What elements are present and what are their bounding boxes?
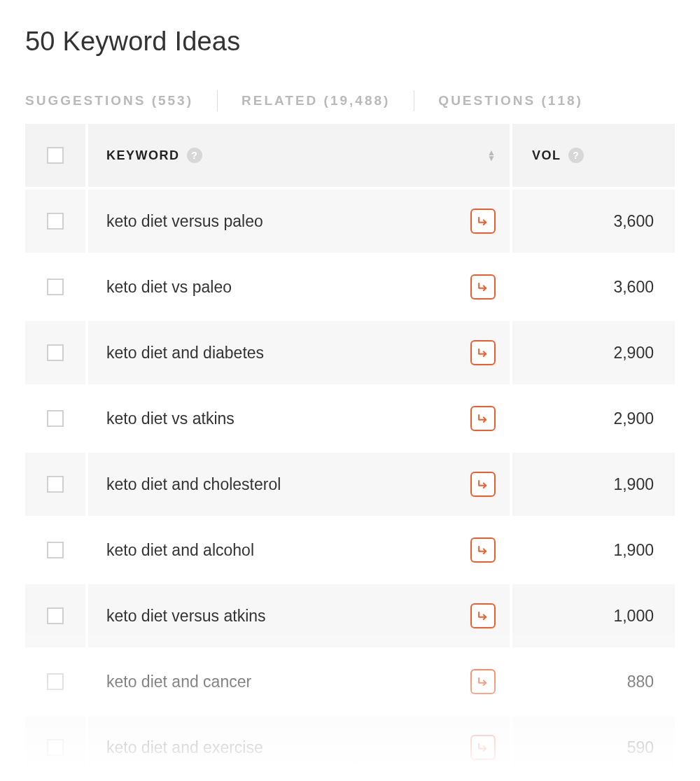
header-vol-label: VOL	[532, 148, 561, 163]
enter-arrow-icon	[476, 346, 490, 360]
row-keyword-cell: keto diet versus paleo	[88, 190, 512, 253]
explore-button[interactable]	[470, 209, 496, 234]
row-checkbox-cell	[25, 190, 88, 253]
enter-arrow-icon	[476, 280, 490, 294]
tabs: SUGGESTIONS (553) RELATED (19,488) QUEST…	[25, 90, 675, 111]
row-vol-cell: 3,600	[512, 255, 675, 318]
tab-questions[interactable]: QUESTIONS (118)	[438, 90, 583, 111]
tab-related[interactable]: RELATED (19,488)	[241, 90, 390, 111]
row-vol-cell: 1,900	[512, 453, 675, 516]
table-row: keto diet vs atkins 2,900	[25, 384, 675, 450]
row-checkbox-cell	[25, 387, 88, 450]
header-keyword-label: KEYWORD	[106, 148, 180, 163]
row-checkbox[interactable]	[47, 673, 64, 690]
enter-arrow-icon	[476, 214, 490, 228]
row-keyword-cell: keto diet and alcohol	[88, 519, 512, 582]
explore-button[interactable]	[470, 669, 496, 694]
row-vol-cell: 1,000	[512, 584, 675, 647]
explore-button[interactable]	[470, 340, 496, 365]
explore-button[interactable]	[470, 537, 496, 563]
table-header: KEYWORD ? ▲▼ VOL ?	[25, 124, 675, 187]
keyword-text: keto diet versus paleo	[106, 212, 263, 231]
header-vol-cell[interactable]: VOL ?	[512, 124, 675, 187]
explore-button[interactable]	[470, 603, 496, 628]
explore-button[interactable]	[470, 735, 496, 760]
keyword-text: keto diet versus atkins	[106, 607, 266, 626]
row-checkbox-cell	[25, 584, 88, 647]
tab-divider	[217, 90, 218, 111]
row-checkbox-cell	[25, 716, 88, 779]
enter-arrow-icon	[476, 740, 490, 754]
row-checkbox[interactable]	[47, 213, 64, 230]
keyword-text: keto diet vs atkins	[106, 409, 234, 428]
help-icon[interactable]: ?	[187, 148, 202, 163]
row-checkbox[interactable]	[47, 739, 64, 756]
row-keyword-cell: keto diet versus atkins	[88, 584, 512, 647]
row-checkbox-cell	[25, 255, 88, 318]
row-keyword-cell: keto diet and diabetes	[88, 321, 512, 384]
row-checkbox[interactable]	[47, 410, 64, 427]
keyword-text: keto diet and exercise	[106, 738, 263, 757]
keyword-text: keto diet and diabetes	[106, 344, 264, 363]
table-row: keto diet and exercise 590	[25, 713, 675, 779]
row-checkbox-cell	[25, 453, 88, 516]
row-vol-cell: 2,900	[512, 387, 675, 450]
row-vol-cell: 590	[512, 716, 675, 779]
keyword-text: keto diet and cancer	[106, 673, 251, 691]
header-keyword-cell[interactable]: KEYWORD ? ▲▼	[88, 124, 512, 187]
row-vol-cell: 1,900	[512, 519, 675, 582]
explore-button[interactable]	[470, 406, 496, 431]
enter-arrow-icon	[476, 411, 490, 425]
row-checkbox[interactable]	[47, 344, 64, 361]
row-keyword-cell: keto diet vs paleo	[88, 255, 512, 318]
row-checkbox-cell	[25, 519, 88, 582]
row-keyword-cell: keto diet and cholesterol	[88, 453, 512, 516]
enter-arrow-icon	[476, 477, 490, 491]
enter-arrow-icon	[476, 609, 490, 623]
page-title: 50 Keyword Ideas	[25, 27, 675, 57]
select-all-checkbox[interactable]	[47, 147, 64, 164]
row-checkbox[interactable]	[47, 542, 64, 558]
help-icon[interactable]: ?	[568, 148, 584, 163]
row-checkbox[interactable]	[47, 476, 64, 493]
row-vol-cell: 2,900	[512, 321, 675, 384]
row-keyword-cell: keto diet and cancer	[88, 650, 512, 713]
header-checkbox-cell	[25, 124, 88, 187]
keyword-text: keto diet and alcohol	[106, 541, 254, 560]
table-row: keto diet versus atkins 1,000	[25, 582, 675, 647]
keyword-text: keto diet vs paleo	[106, 278, 232, 297]
tab-divider	[414, 90, 414, 111]
row-checkbox-cell	[25, 650, 88, 713]
table-row: keto diet and diabetes 2,900	[25, 318, 675, 384]
row-checkbox-cell	[25, 321, 88, 384]
table-row: keto diet and alcohol 1,900	[25, 516, 675, 582]
keyword-table: KEYWORD ? ▲▼ VOL ? keto diet versus pale…	[25, 124, 675, 779]
row-vol-cell: 880	[512, 650, 675, 713]
row-checkbox[interactable]	[47, 279, 64, 295]
row-checkbox[interactable]	[47, 607, 64, 624]
enter-arrow-icon	[476, 543, 490, 557]
table-row: keto diet vs paleo 3,600	[25, 253, 675, 318]
explore-button[interactable]	[470, 274, 496, 300]
table-row: keto diet and cholesterol 1,900	[25, 450, 675, 516]
row-keyword-cell: keto diet and exercise	[88, 716, 512, 779]
row-keyword-cell: keto diet vs atkins	[88, 387, 512, 450]
explore-button[interactable]	[470, 472, 496, 497]
enter-arrow-icon	[476, 675, 490, 689]
table-row: keto diet and cancer 880	[25, 647, 675, 713]
sort-icon[interactable]: ▲▼	[487, 150, 496, 161]
row-vol-cell: 3,600	[512, 190, 675, 253]
keyword-text: keto diet and cholesterol	[106, 475, 281, 494]
table-row: keto diet versus paleo 3,600	[25, 187, 675, 253]
tab-suggestions[interactable]: SUGGESTIONS (553)	[25, 90, 193, 111]
